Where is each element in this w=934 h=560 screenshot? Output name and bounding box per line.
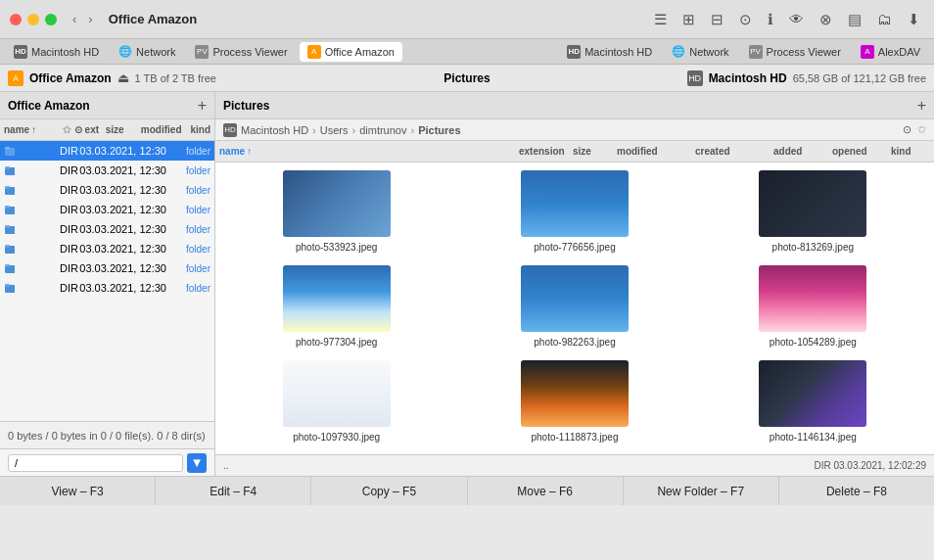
right-col-modified[interactable]: modified — [617, 146, 695, 157]
tab-macintosh-hd-2[interactable]: HD Macintosh HD — [559, 42, 660, 62]
file-name: Other — [4, 163, 15, 177]
path-dropdown-button[interactable]: ▼ — [187, 453, 207, 473]
toggle-btn[interactable]: ⊙ — [735, 9, 756, 30]
file-table-headers: name ↑ ✩ ⊙ ext size modified kind — [0, 119, 214, 141]
nav-back-button[interactable]: ‹ — [69, 10, 80, 28]
tab-macintosh-hd-1[interactable]: HD Macintosh HD — [6, 42, 107, 62]
file-modified: 03.03.2021, 12:30 — [78, 145, 166, 157]
right-col-kind[interactable]: kind — [891, 146, 930, 157]
right-panel-title: Pictures — [444, 71, 490, 85]
svg-rect-1 — [5, 147, 10, 150]
left-status-bar: 0 bytes / 0 bytes in 0 / 0 file(s). 0 / … — [0, 421, 214, 448]
thumbnail-label: photo-1146134.jpeg — [770, 431, 857, 443]
toolbar-view-button[interactable]: View – F3 — [0, 477, 156, 505]
file-table: Media DIR 03.03.2021, 12:30 folder Other… — [0, 141, 214, 421]
file-modified: 03.03.2021, 12:30 — [78, 282, 166, 294]
file-name: Personal — [4, 183, 15, 197]
tab-label-alexdav: AlexDAV — [878, 46, 920, 58]
col-header-modified[interactable]: modified — [124, 124, 182, 135]
thumbnail-item[interactable]: photo-1118873.jpeg — [461, 360, 687, 443]
panel-btn[interactable]: ▤ — [844, 9, 865, 30]
nav-forward-button[interactable]: › — [84, 10, 96, 28]
tab-network-2[interactable]: 🌐 Network — [664, 42, 736, 62]
right-col-size[interactable]: size — [573, 146, 617, 157]
right-col-name[interactable]: name ↑ — [219, 146, 519, 157]
tab-label-network-2: Network — [689, 46, 728, 58]
thumbnail-item[interactable]: photo-776656.jpeg — [461, 170, 687, 254]
compare-btn[interactable]: ⊗ — [816, 9, 836, 30]
alexdav-icon: A — [861, 45, 874, 59]
thumbnail-item[interactable]: photo-1054289.jpeg — [700, 265, 926, 349]
file-size: DIR — [44, 223, 78, 235]
eject-icon[interactable]: ⏏ — [117, 70, 129, 85]
tab-process-viewer-1[interactable]: PV Process Viewer — [187, 42, 295, 62]
breadcrumb-users[interactable]: Users — [320, 124, 349, 136]
breadcrumb-dimtrunov[interactable]: dimtrunov — [359, 124, 406, 136]
right-col-added[interactable]: added — [773, 146, 832, 157]
col-header-kind[interactable]: kind — [182, 124, 210, 135]
maximize-button[interactable] — [45, 14, 57, 25]
col-header-ext[interactable]: ext — [82, 124, 102, 135]
left-panel-add-button[interactable]: + — [198, 97, 207, 115]
grid-view-icon[interactable]: ⊙ — [903, 123, 911, 136]
close-button[interactable] — [10, 14, 22, 25]
file-kind: folder — [166, 185, 210, 196]
info-btn[interactable]: ℹ — [764, 9, 777, 30]
folder-btn[interactable]: 🗂 — [873, 9, 896, 29]
file-modified: 03.03.2021, 12:30 — [78, 164, 166, 176]
right-panel-add-button[interactable]: + — [917, 97, 926, 115]
thumbnail-item[interactable]: photo-977304.jpeg — [223, 265, 449, 349]
tab-label-macintosh-hd-2: Macintosh HD — [584, 46, 652, 58]
toolbar-copy-button[interactable]: Copy – F5 — [311, 477, 467, 505]
thumbnail-label: photo-977304.jpeg — [296, 336, 377, 349]
minimize-button[interactable] — [27, 14, 39, 25]
file-row[interactable]: Projects DIR 03.03.2021, 12:30 folder — [0, 200, 214, 219]
column-view-btn[interactable]: ⊞ — [678, 9, 699, 30]
path-input[interactable] — [8, 454, 183, 472]
hd-icon-1: HD — [14, 45, 27, 59]
thumbnail-image — [759, 170, 866, 237]
file-row[interactable]: Secret Folder DIR 03.03.2021, 12:30 fold… — [0, 239, 214, 258]
main-area: Office Amazon + name ↑ ✩ ⊙ ext size modi… — [0, 92, 934, 476]
thumbnail-item[interactable]: photo-1146134.jpeg — [700, 360, 926, 443]
toolbar-new_folder-button[interactable]: New Folder – F7 — [624, 477, 779, 505]
thumbnail-item[interactable]: photo-813269.jpeg — [700, 170, 926, 254]
download-btn[interactable]: ⬇ — [904, 9, 924, 30]
toolbar-icons: ☰ ⊞ ⊟ ⊙ ℹ 👁 ⊗ ▤ 🗂 ⬇ — [650, 9, 924, 30]
tab-alexdav[interactable]: A AlexDAV — [853, 42, 928, 62]
thumbnail-item[interactable]: photo-1097930.jpeg — [223, 360, 449, 443]
right-col-extension[interactable]: extension — [519, 146, 573, 157]
col-header-name[interactable]: name ↑ ✩ ⊙ — [4, 124, 82, 135]
breadcrumb-macintosh-hd[interactable]: Macintosh HD — [241, 124, 308, 136]
file-kind: folder — [166, 224, 210, 235]
file-row[interactable]: Top S...Folder DIR 03.03.2021, 12:30 fol… — [0, 258, 214, 278]
list-view-btn[interactable]: ☰ — [650, 9, 671, 30]
grid-view-btn[interactable]: ⊟ — [707, 9, 727, 30]
file-row[interactable]: Wireframes DIR 03.03.2021, 12:30 folder — [0, 278, 214, 298]
file-row[interactable]: Other DIR 03.03.2021, 12:30 folder — [0, 161, 214, 180]
toolbar-move-button[interactable]: Move – F6 — [468, 477, 624, 505]
thumbnail-item[interactable]: photo-982263.jpeg — [461, 265, 687, 349]
thumbnail-item[interactable]: photo-533923.jpeg — [223, 170, 449, 254]
col-header-size[interactable]: size — [102, 124, 124, 135]
toolbar-edit-button[interactable]: Edit – F4 — [156, 477, 311, 505]
thumbnail-image — [283, 360, 391, 427]
file-name: Secret Folder — [4, 242, 15, 256]
tab-label-process-viewer-2: Process Viewer — [767, 46, 841, 58]
tab-label-macintosh-hd-1: Macintosh HD — [31, 46, 99, 58]
tab-network-1[interactable]: 🌐 Network — [111, 42, 183, 62]
file-row[interactable]: Media DIR 03.03.2021, 12:30 folder — [0, 141, 214, 161]
right-col-opened[interactable]: opened — [832, 146, 891, 157]
svg-rect-13 — [5, 264, 10, 267]
file-row[interactable]: Research DIR 03.03.2021, 12:30 folder — [0, 219, 214, 239]
toolbar-delete-button[interactable]: Delete – F8 — [779, 477, 934, 505]
preview-btn[interactable]: 👁 — [785, 9, 808, 29]
right-col-created[interactable]: created — [695, 146, 773, 157]
file-modified: 03.03.2021, 12:30 — [78, 243, 166, 255]
tab-process-viewer-2[interactable]: PV Process Viewer — [741, 42, 849, 62]
tab-office-amazon[interactable]: A Office Amazon — [300, 42, 402, 62]
pathbar-right-storage: 65,58 GB of 121,12 GB free — [793, 72, 926, 84]
file-row[interactable]: Personal DIR 03.03.2021, 12:30 folder — [0, 180, 214, 200]
star-icon-right: ✩ — [917, 123, 926, 136]
breadcrumb-pictures[interactable]: Pictures — [418, 124, 460, 136]
